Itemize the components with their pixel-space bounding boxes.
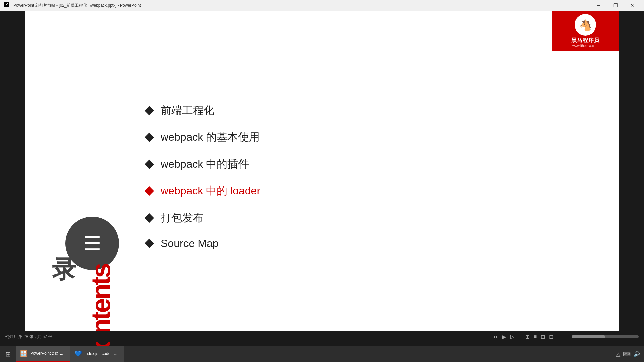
menu-label-2: webpack 中的插件: [161, 157, 249, 172]
taskbar-right: △ ⌨ 🔊: [616, 351, 644, 357]
keyboard-icon[interactable]: ⌨: [623, 351, 631, 357]
menu-label-0: 前端工程化: [161, 103, 214, 118]
title-bar: 🅿 PowerPoint 幻灯片放映 - [02_前端工程化与webpack.p…: [0, 0, 644, 11]
slide-area: 🐴 黑马程序员 www.itheima.com ☰ 录 Contents 前端工…: [25, 11, 619, 342]
logo-brand: 黑马程序员: [571, 37, 600, 44]
play-icon[interactable]: ▶: [502, 334, 506, 340]
slide-count: 幻灯片 第 28 张，共 57 张: [5, 334, 52, 340]
menu-item-3: webpack 中的 loader: [146, 184, 585, 198]
taskbar-app-0[interactable]: 🪟PowerPoint 幻灯...: [16, 346, 70, 362]
taskbar-app-icon-1: 💙: [74, 350, 82, 357]
menu-diamond-3: [145, 186, 154, 195]
chinese-char: 录: [52, 253, 76, 286]
taskbar: ⊞ 🪟PowerPoint 幻灯...💙index.js - code - ..…: [0, 346, 644, 362]
volume-icon[interactable]: 🔊: [633, 351, 640, 357]
close-button[interactable]: ✕: [625, 0, 640, 11]
show-hidden-icon[interactable]: △: [616, 351, 620, 357]
menu-diamond-2: [145, 159, 154, 169]
menu-label-5: Source Map: [161, 237, 219, 250]
menu-diamond-0: [145, 106, 154, 115]
taskbar-app-label-0: PowerPoint 幻灯...: [30, 351, 63, 356]
logo-inner: 🐴: [575, 14, 596, 36]
title-bar-text: PowerPoint 幻灯片放映 - [02_前端工程化与webpack.ppt…: [13, 3, 591, 8]
menu-item-0: 前端工程化: [146, 103, 585, 118]
slide-view-icon[interactable]: ⊞: [525, 334, 530, 340]
minimize-button[interactable]: ─: [591, 0, 606, 11]
menu-label-3: webpack 中的 loader: [161, 184, 260, 198]
slide-content: 🐴 黑马程序员 www.itheima.com ☰ 录 Contents 前端工…: [25, 11, 619, 342]
start-button[interactable]: ⊞: [0, 346, 16, 362]
app-icon: 🅿: [4, 2, 11, 9]
menu-label-4: 打包发布: [161, 210, 204, 225]
reading-view-icon[interactable]: ⊢: [557, 334, 562, 340]
menu-item-2: webpack 中的插件: [146, 157, 585, 172]
taskbar-app-1[interactable]: 💙index.js - code - ...: [70, 346, 124, 362]
separator: [520, 334, 520, 339]
menu-item-1: webpack 的基本使用: [146, 130, 585, 145]
taskbar-app-icon-0: 🪟: [20, 350, 28, 357]
logo-url: www.itheima.com: [572, 44, 598, 48]
maximize-button[interactable]: ❐: [608, 0, 623, 11]
window-controls[interactable]: ─ ❐ ✕: [591, 0, 640, 11]
taskbar-apps: 🪟PowerPoint 幻灯...💙index.js - code - ...: [16, 346, 124, 362]
taskbar-app-label-1: index.js - code - ...: [85, 351, 117, 356]
menu-diamond-5: [145, 239, 154, 248]
menu-item-4: 打包发布: [146, 210, 585, 225]
logo-horse-icon: 🐴: [579, 19, 592, 31]
outline-view-icon[interactable]: ≡: [534, 334, 537, 340]
grid-view-icon[interactable]: ⊟: [541, 334, 545, 340]
windows-icon: ⊞: [5, 350, 11, 358]
menu-diamond-1: [145, 132, 154, 142]
bottom-controls-bar: 幻灯片 第 28 张，共 57 张 ⏮ ▶ ▷ ⊞ ≡ ⊟ ⊡ ⊢: [0, 331, 644, 342]
play-from-current-icon[interactable]: ▷: [510, 334, 514, 340]
menu-label-1: webpack 的基本使用: [161, 130, 260, 145]
right-section: 前端工程化webpack 的基本使用webpack 中的插件webpack 中的…: [119, 97, 619, 256]
play-from-start-icon[interactable]: ⏮: [493, 334, 498, 340]
menu-item-5: Source Map: [146, 237, 585, 250]
menu-diamond-4: [145, 213, 154, 222]
notes-view-icon[interactable]: ⊡: [549, 334, 553, 340]
logo-box: 🐴 黑马程序员 www.itheima.com: [552, 11, 619, 51]
